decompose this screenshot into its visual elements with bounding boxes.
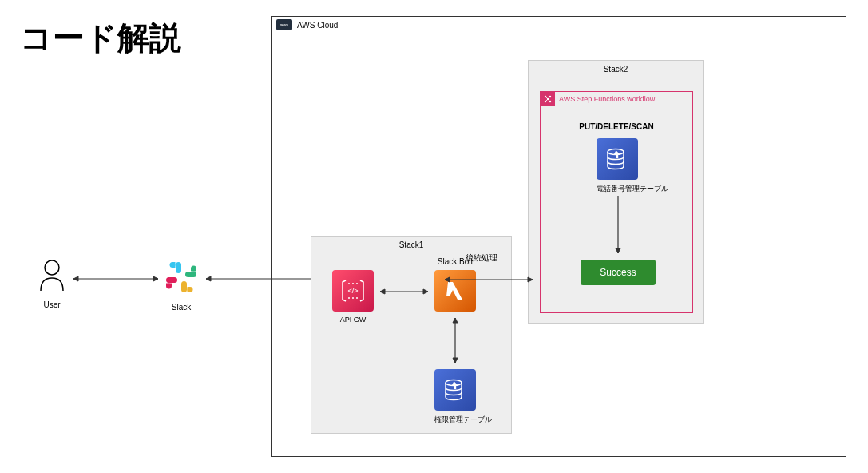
stepfunctions-header: AWS Step Functions workflow <box>541 92 692 106</box>
svg-rect-7 <box>166 277 177 283</box>
user-icon <box>38 259 66 292</box>
operation-label: PUT/DELETE/SCAN <box>541 122 692 131</box>
svg-marker-40 <box>616 248 620 253</box>
svg-rect-3 <box>185 272 196 277</box>
api-gateway-node: </> API GW <box>332 270 374 324</box>
stack2-container: Stack2 AWS Step Functions workflow PUT/D… <box>528 60 704 324</box>
svg-line-34 <box>545 97 548 99</box>
stack2-label: Stack2 <box>529 65 703 74</box>
dynamodb-icon <box>434 369 476 411</box>
svg-marker-27 <box>453 318 458 323</box>
aws-cloud-container: aws AWS Cloud Stack1 </> API GW Slack Bo… <box>271 16 846 457</box>
svg-marker-24 <box>380 289 385 294</box>
svg-rect-5 <box>181 281 187 292</box>
page-title: コード解説 <box>20 16 181 60</box>
stepfunctions-title: AWS Step Functions workflow <box>559 93 655 105</box>
stack1-container: Stack1 </> API GW Slack Bolt <box>311 236 512 434</box>
arrow-lambda-permtable <box>451 313 459 368</box>
user-label: User <box>38 300 66 309</box>
post-process-label: 後続処理 <box>466 252 497 264</box>
svg-marker-25 <box>423 289 428 294</box>
slack-node: Slack <box>164 260 199 312</box>
arrow-user-slack <box>69 275 163 283</box>
slack-icon <box>164 260 199 295</box>
stepfunctions-icon <box>541 92 555 106</box>
arrow-apigw-lambda <box>375 288 433 296</box>
svg-point-0 <box>45 260 59 275</box>
arrow-lambda-stepfn <box>440 276 537 284</box>
user-node: User <box>38 259 66 309</box>
permission-table-node: 権限管理テーブル <box>434 369 492 425</box>
stepfunctions-container: AWS Step Functions workflow PUT/DELETE/S… <box>540 91 693 313</box>
svg-line-35 <box>548 97 550 99</box>
aws-cloud-label: AWS Cloud <box>297 21 338 30</box>
svg-point-17 <box>352 283 354 284</box>
phone-table-node: 電話番号管理テーブル <box>597 138 668 194</box>
stack1-label: Stack1 <box>311 240 511 249</box>
success-node: Success <box>581 260 656 285</box>
svg-marker-28 <box>453 358 458 363</box>
svg-marker-43 <box>528 277 533 282</box>
aws-header: aws AWS Cloud <box>272 17 846 33</box>
permission-table-label: 権限管理テーブル <box>434 415 492 425</box>
svg-marker-13 <box>206 276 211 281</box>
svg-marker-10 <box>73 276 78 281</box>
api-gateway-label: API GW <box>332 316 374 324</box>
svg-point-19 <box>348 297 350 299</box>
svg-line-37 <box>548 99 550 101</box>
svg-rect-1 <box>176 262 181 273</box>
svg-point-21 <box>356 297 358 299</box>
svg-point-20 <box>352 297 354 299</box>
svg-point-16 <box>348 283 350 284</box>
arrow-dynamo-success <box>614 194 622 258</box>
svg-point-18 <box>356 283 358 284</box>
svg-marker-11 <box>153 276 158 281</box>
api-gateway-icon: </> <box>332 270 374 312</box>
dynamodb-icon <box>597 138 638 180</box>
phone-table-label: 電話番号管理テーブル <box>597 184 668 194</box>
svg-line-36 <box>545 99 548 101</box>
aws-logo-icon: aws <box>276 19 292 30</box>
slack-label: Slack <box>164 303 199 312</box>
svg-marker-42 <box>445 277 450 282</box>
svg-text:</>: </> <box>347 287 358 295</box>
